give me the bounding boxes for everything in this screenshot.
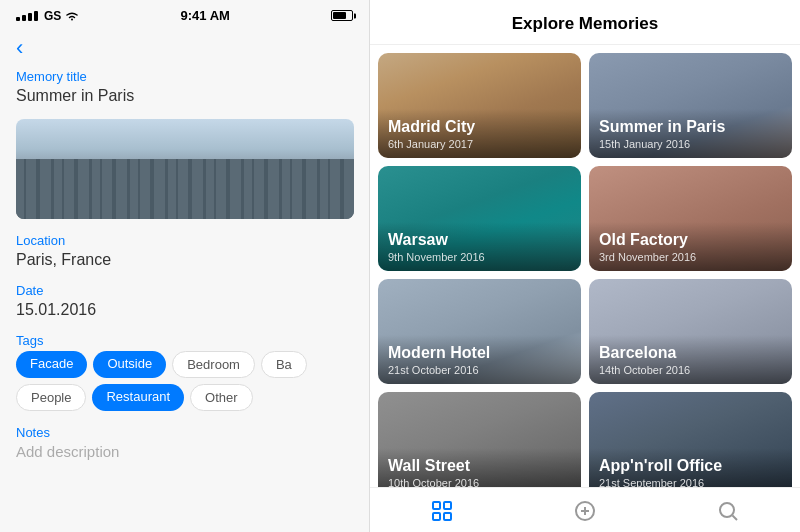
battery-fill [333, 12, 346, 19]
nav-grid-button[interactable] [429, 498, 455, 524]
memory-card-title: Summer in Paris [599, 117, 782, 136]
memory-card-date: 9th November 2016 [388, 251, 571, 263]
memories-grid: Madrid City6th January 2017Summer in Par… [370, 45, 800, 487]
explore-title: Explore Memories [386, 14, 784, 34]
carrier-text: GS [44, 9, 61, 23]
memory-card-title: Wall Street [388, 456, 571, 475]
svg-rect-1 [444, 502, 451, 509]
memory-card-date: 14th October 2016 [599, 364, 782, 376]
tag-other[interactable]: Other [190, 384, 253, 411]
memory-card-2[interactable]: Summer in Paris15th January 2016 [589, 53, 792, 158]
memory-card-overlay: Summer in Paris15th January 2016 [589, 109, 792, 158]
memory-title-value: Summer in Paris [16, 87, 353, 105]
svg-line-8 [733, 516, 738, 521]
memory-card-date: 6th January 2017 [388, 138, 571, 150]
tag-facade[interactable]: Facade [16, 351, 87, 378]
tags-container: FacadeOutsideBedroomBaPeopleRestaurantOt… [16, 351, 353, 411]
left-panel: GS 9:41 AM ‹ Memory title Summer in Pari… [0, 0, 370, 532]
back-chevron-icon[interactable]: ‹ [16, 35, 23, 60]
memory-card-overlay: Old Factory3rd November 2016 [589, 222, 792, 271]
back-button[interactable]: ‹ [0, 27, 369, 69]
memory-card-1[interactable]: Madrid City6th January 2017 [378, 53, 581, 158]
notes-placeholder[interactable]: Add description [16, 443, 353, 460]
memory-card-3[interactable]: Warsaw9th November 2016 [378, 166, 581, 271]
memory-card-title: Madrid City [388, 117, 571, 136]
memory-card-date: 15th January 2016 [599, 138, 782, 150]
memory-card-overlay: Warsaw9th November 2016 [378, 222, 581, 271]
memory-card-overlay: App'n'roll Office21st September 2016 [589, 448, 792, 487]
detail-content: Memory title Summer in Paris Location Pa… [0, 69, 369, 460]
battery-icon [331, 10, 353, 21]
date-value: 15.01.2016 [16, 301, 353, 319]
right-header: Explore Memories [370, 0, 800, 45]
memory-title-label: Memory title [16, 69, 353, 84]
memory-card-date: 3rd November 2016 [599, 251, 782, 263]
tag-ba[interactable]: Ba [261, 351, 307, 378]
location-value: Paris, France [16, 251, 353, 269]
tag-people[interactable]: People [16, 384, 86, 411]
right-panel: Explore Memories Madrid City6th January … [370, 0, 800, 532]
memory-card-date: 21st October 2016 [388, 364, 571, 376]
memory-card-7[interactable]: Wall Street10th October 2016 [378, 392, 581, 487]
nav-add-button[interactable] [572, 498, 598, 524]
tags-label: Tags [16, 333, 353, 348]
time-display: 9:41 AM [180, 8, 229, 23]
status-bar: GS 9:41 AM [0, 0, 369, 27]
memory-image [16, 119, 354, 219]
memory-card-title: Barcelona [599, 343, 782, 362]
memory-card-8[interactable]: App'n'roll Office21st September 2016 [589, 392, 792, 487]
memory-card-5[interactable]: Modern Hotel21st October 2016 [378, 279, 581, 384]
signal-dots [16, 11, 38, 21]
tag-restaurant[interactable]: Restaurant [92, 384, 184, 411]
memory-card-overlay: Modern Hotel21st October 2016 [378, 335, 581, 384]
tag-outside[interactable]: Outside [93, 351, 166, 378]
memory-card-6[interactable]: Barcelona14th October 2016 [589, 279, 792, 384]
bottom-nav [370, 487, 800, 532]
memory-card-overlay: Wall Street10th October 2016 [378, 448, 581, 487]
svg-rect-0 [433, 502, 440, 509]
tag-bedroom[interactable]: Bedroom [172, 351, 255, 378]
signal-area: GS [16, 9, 79, 23]
memory-card-title: App'n'roll Office [599, 456, 782, 475]
svg-rect-2 [433, 513, 440, 520]
nav-search-button[interactable] [715, 498, 741, 524]
paris-skyline [16, 159, 354, 219]
memory-card-4[interactable]: Old Factory3rd November 2016 [589, 166, 792, 271]
memory-card-overlay: Madrid City6th January 2017 [378, 109, 581, 158]
memory-card-overlay: Barcelona14th October 2016 [589, 335, 792, 384]
wifi-icon [65, 11, 79, 21]
date-label: Date [16, 283, 353, 298]
notes-label: Notes [16, 425, 353, 440]
location-label: Location [16, 233, 353, 248]
memory-card-date: 21st September 2016 [599, 477, 782, 487]
svg-rect-3 [444, 513, 451, 520]
memory-card-title: Old Factory [599, 230, 782, 249]
svg-point-7 [720, 503, 734, 517]
memory-card-title: Modern Hotel [388, 343, 571, 362]
memory-card-date: 10th October 2016 [388, 477, 571, 487]
memory-card-title: Warsaw [388, 230, 571, 249]
